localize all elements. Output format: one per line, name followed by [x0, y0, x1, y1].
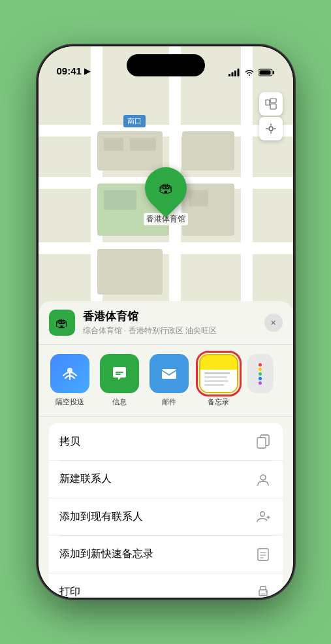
- notes-label: 备忘录: [208, 397, 229, 407]
- copy-icon: [254, 432, 272, 451]
- svg-rect-5: [273, 71, 274, 74]
- share-item-airdrop[interactable]: 隔空投送: [49, 354, 91, 407]
- svg-rect-15: [257, 438, 266, 448]
- svg-rect-20: [258, 549, 268, 560]
- quick-note-label: 添加到新快速备忘录: [59, 547, 254, 561]
- wifi-icon: [244, 69, 255, 76]
- action-quick-note[interactable]: 添加到新快速备忘录: [49, 536, 283, 573]
- airdrop-label: 隔空投送: [55, 397, 84, 407]
- dynamic-island: [127, 54, 205, 76]
- action-new-contact[interactable]: 新建联系人: [49, 461, 283, 498]
- share-row: 隔空投送 信息: [39, 345, 293, 417]
- close-button[interactable]: ×: [264, 314, 283, 332]
- place-name: 香港体育馆: [83, 309, 264, 324]
- map-north-label: 南口: [123, 115, 146, 127]
- pin-icon: 🏟: [136, 159, 195, 218]
- status-icons: [229, 69, 275, 76]
- place-info: 香港体育馆 综合体育馆 · 香港特别行政区 油尖旺区: [83, 309, 264, 336]
- bottom-sheet: 🏟 香港体育馆 综合体育馆 · 香港特别行政区 油尖旺区 ×: [39, 301, 293, 598]
- share-item-more[interactable]: [247, 354, 274, 407]
- svg-rect-25: [260, 593, 266, 596]
- svg-rect-0: [229, 74, 230, 76]
- note-add-icon: [254, 545, 272, 564]
- person-icon: [254, 470, 272, 489]
- action-add-contact[interactable]: 添加到现有联系人: [49, 498, 283, 536]
- share-item-notes[interactable]: 备忘录: [198, 354, 240, 407]
- svg-point-26: [266, 591, 267, 592]
- status-time: 09:41 ▶: [57, 65, 90, 76]
- svg-point-10: [269, 127, 273, 131]
- svg-rect-13: [162, 369, 176, 379]
- svg-rect-7: [266, 100, 270, 105]
- svg-rect-9: [270, 104, 276, 109]
- location-arrow-icon: ▶: [84, 67, 90, 76]
- svg-rect-6: [259, 71, 270, 75]
- place-icon: 🏟: [49, 310, 75, 336]
- place-header: 🏟 香港体育馆 综合体育馆 · 香港特别行政区 油尖旺区 ×: [39, 301, 293, 345]
- mail-label: 邮件: [162, 397, 176, 407]
- print-label: 打印: [59, 585, 254, 598]
- battery-icon: [259, 69, 275, 76]
- share-item-messages[interactable]: 信息: [99, 354, 140, 407]
- stadium-icon: 🏟: [159, 180, 173, 197]
- action-copy[interactable]: 拷贝: [49, 423, 283, 460]
- location-button[interactable]: [259, 117, 283, 140]
- new-contact-label: 新建联系人: [59, 472, 254, 486]
- copy-label: 拷贝: [59, 435, 254, 449]
- messages-label: 信息: [112, 397, 127, 407]
- svg-rect-2: [234, 71, 236, 76]
- svg-point-16: [260, 475, 266, 480]
- svg-rect-8: [270, 99, 276, 103]
- phone-screen: 09:41 ▶: [39, 46, 293, 598]
- signal-icon: [229, 69, 240, 76]
- svg-rect-1: [231, 72, 233, 77]
- print-icon: [254, 583, 272, 598]
- share-item-mail[interactable]: 邮件: [148, 354, 190, 407]
- map-controls: [259, 92, 283, 140]
- place-subtitle: 综合体育馆 · 香港特别行政区 油尖旺区: [83, 325, 264, 336]
- person-add-icon: [254, 507, 272, 526]
- map-type-button[interactable]: [259, 92, 283, 116]
- add-contact-label: 添加到现有联系人: [59, 510, 254, 524]
- location-pin: 🏟 香港体育馆: [144, 167, 188, 225]
- action-list: 拷贝 新建联系人: [49, 423, 283, 598]
- svg-point-17: [260, 512, 264, 517]
- phone-frame: 09:41 ▶: [39, 46, 293, 598]
- svg-rect-3: [237, 69, 239, 76]
- action-print[interactable]: 打印: [49, 573, 283, 598]
